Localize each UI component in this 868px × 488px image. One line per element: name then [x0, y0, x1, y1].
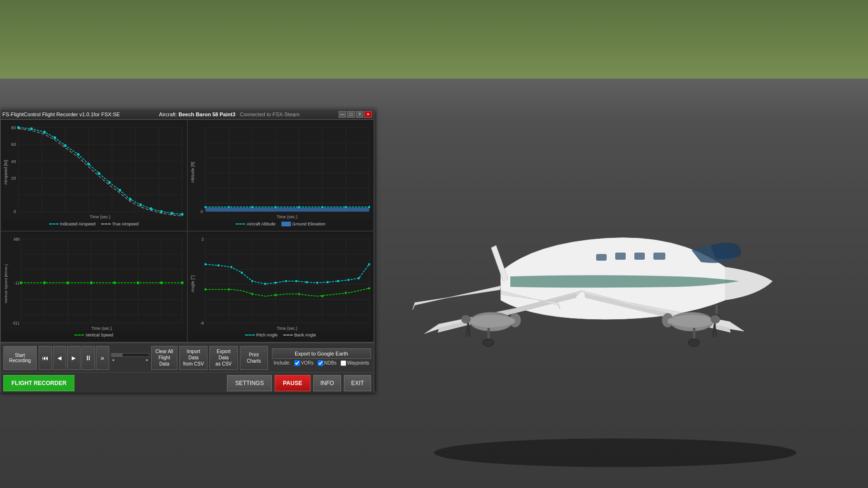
- help-button[interactable]: ?: [356, 111, 363, 118]
- svg-text:-8: -8: [200, 321, 204, 325]
- vors-checkbox[interactable]: [294, 360, 300, 366]
- import-data-csv-button[interactable]: Import Data from CSV: [179, 346, 207, 370]
- svg-point-136: [204, 263, 206, 265]
- svg-text:Angle [°]: Angle [°]: [190, 275, 195, 292]
- svg-marker-78: [205, 208, 369, 212]
- svg-text:40: 40: [11, 159, 16, 163]
- svg-point-145: [306, 281, 308, 283]
- print-charts-button[interactable]: Print Charts: [240, 346, 268, 370]
- pause-play-button[interactable]: ⏸: [82, 346, 95, 370]
- svg-text:-511: -511: [12, 321, 20, 325]
- flight-recorder-button[interactable]: FLIGHT RECORDER: [3, 375, 74, 391]
- playback-controls: ⏮ ◄ ► ⏸ »: [39, 346, 109, 370]
- rewind-fast-button[interactable]: ⏮: [39, 346, 52, 370]
- airspeed-chart-panel: 80 60 40 20 0 Airspeed [kt]: [0, 120, 187, 231]
- export-data-csv-button[interactable]: Export Data as CSV: [209, 346, 238, 370]
- svg-point-152: [204, 288, 206, 291]
- aircraft-altitude-line: [236, 224, 245, 224]
- svg-point-157: [321, 295, 323, 297]
- svg-text:0: 0: [13, 209, 16, 214]
- aircraft-info: Aircraft: Beech Baron 58 Paint3 Connecte…: [124, 112, 335, 117]
- app-window: FS-FlightControl Flight Recorder v1.0.1f…: [0, 109, 374, 392]
- svg-rect-5: [596, 254, 607, 261]
- pitch-angle-line: [245, 335, 255, 336]
- info-button[interactable]: INFO: [313, 375, 341, 391]
- svg-rect-22: [3, 122, 185, 220]
- svg-point-137: [217, 264, 219, 266]
- scrubber-bar[interactable]: [111, 353, 149, 357]
- ndbs-checkbox[interactable]: [318, 360, 323, 366]
- svg-point-141: [264, 283, 266, 285]
- svg-text:Vertical Speed [ft/min.]: Vertical Speed [ft/min.]: [4, 264, 8, 303]
- svg-rect-117: [190, 234, 372, 332]
- svg-point-58: [181, 213, 183, 216]
- waypoints-checkbox-label[interactable]: Waypoints: [341, 360, 369, 366]
- svg-text:Altitude [ft]: Altitude [ft]: [190, 162, 195, 183]
- svg-point-50: [98, 172, 100, 175]
- svg-text:Time (sec.): Time (sec.): [277, 214, 297, 219]
- svg-point-86: [368, 206, 370, 208]
- svg-point-85: [344, 206, 346, 208]
- bank-angle-line: [283, 335, 293, 336]
- svg-point-83: [298, 206, 300, 208]
- svg-text:Time (sec.): Time (sec.): [90, 214, 110, 219]
- pitch-angle-legend: Pitch Angle: [245, 333, 278, 337]
- toolbar-row1: Start Recording ⏮ ◄ ► ⏸ » ◄ ►: [0, 343, 374, 373]
- title-bar: FS-FlightControl Flight Recorder v1.0.1f…: [0, 109, 374, 120]
- svg-point-142: [274, 281, 276, 284]
- svg-point-53: [129, 198, 131, 201]
- svg-point-79: [204, 206, 206, 208]
- svg-point-80: [227, 206, 229, 208]
- angle-chart-panel: 2 -8 Angle [°]: [187, 231, 374, 343]
- pause-button[interactable]: PAUSE: [275, 375, 310, 391]
- svg-point-45: [43, 131, 45, 133]
- svg-point-110: [67, 281, 69, 284]
- svg-point-112: [114, 281, 116, 284]
- waypoints-checkbox[interactable]: [341, 360, 346, 366]
- svg-point-149: [347, 279, 349, 281]
- vors-checkbox-label[interactable]: VORs: [294, 360, 314, 366]
- window-controls: — □ ? ✕: [339, 111, 372, 118]
- bank-angle-legend: Bank Angle: [283, 333, 316, 337]
- airspeed-chart: 80 60 40 20 0 Airspeed [kt]: [3, 122, 185, 220]
- svg-text:60: 60: [11, 142, 16, 147]
- app-title: FS-FlightControl Flight Recorder v1.0.1f…: [2, 112, 120, 117]
- svg-point-144: [295, 280, 297, 282]
- forward-button[interactable]: »: [96, 346, 109, 370]
- rewind-button[interactable]: ◄: [53, 346, 66, 370]
- svg-rect-2: [653, 253, 665, 260]
- maximize-button[interactable]: □: [347, 111, 355, 118]
- svg-text:Airspeed [kt]: Airspeed [kt]: [3, 160, 8, 185]
- minimize-button[interactable]: —: [339, 111, 346, 118]
- clear-all-flight-data-button[interactable]: Clear All Flight Data: [151, 346, 178, 370]
- ndbs-checkbox-label[interactable]: NDBs: [318, 360, 337, 366]
- indicated-airspeed-legend: Indicated Airspeed: [49, 222, 95, 226]
- export-google-earth-button[interactable]: Export to Google Earth: [272, 348, 371, 359]
- svg-text:-11: -11: [14, 281, 20, 285]
- svg-point-44: [30, 127, 32, 130]
- true-airspeed-line: [101, 224, 111, 224]
- svg-text:Time (sec.): Time (sec.): [91, 325, 112, 330]
- svg-point-138: [230, 266, 232, 268]
- exit-button[interactable]: EXIT: [344, 375, 371, 391]
- svg-point-113: [137, 281, 139, 284]
- svg-rect-3: [634, 253, 645, 260]
- svg-point-159: [368, 287, 370, 289]
- start-recording-button[interactable]: Start Recording: [3, 346, 37, 370]
- svg-point-20: [461, 315, 471, 324]
- svg-point-57: [171, 212, 173, 214]
- true-airspeed-legend: True Airspeed: [101, 222, 139, 226]
- vertical-speed-legend: Vertical Speed: [3, 331, 185, 339]
- play-button[interactable]: ►: [67, 346, 81, 370]
- svg-point-19: [688, 339, 700, 346]
- vertical-speed-line: [74, 335, 84, 336]
- aircraft-altitude-legend: Aircraft Altitude: [236, 222, 276, 226]
- close-button[interactable]: ✕: [364, 111, 372, 118]
- svg-point-115: [181, 281, 183, 284]
- ground-elevation-swatch: [281, 222, 291, 226]
- svg-point-49: [87, 163, 90, 165]
- ground-elevation-legend: Ground Elevation: [281, 222, 326, 226]
- settings-button[interactable]: SETTINGS: [227, 375, 272, 391]
- vertical-speed-chart-panel: 489 -11 -511 Vertical Speed [ft/min.]: [0, 231, 187, 343]
- svg-point-56: [160, 210, 163, 213]
